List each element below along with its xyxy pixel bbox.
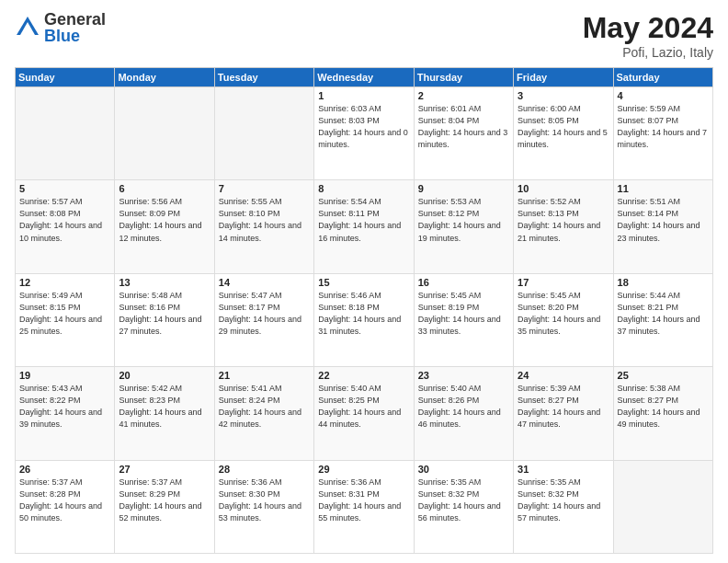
calendar-cell [16,87,115,180]
day-info: Sunrise: 5:37 AMSunset: 8:29 PMDaylight:… [119,477,210,524]
day-info: Sunrise: 5:49 AMSunset: 8:15 PMDaylight:… [19,290,110,338]
sunset-text: Sunset: 8:25 PM [318,395,409,407]
sunrise-text: Sunrise: 5:42 AM [119,383,210,395]
sunset-text: Sunset: 8:11 PM [318,208,409,220]
calendar-cell: 21Sunrise: 5:41 AMSunset: 8:24 PMDayligh… [214,367,313,460]
calendar-week-0: 1Sunrise: 6:03 AMSunset: 8:03 PMDaylight… [16,87,713,180]
calendar-cell: 17Sunrise: 5:45 AMSunset: 8:20 PMDayligh… [514,273,613,366]
day-number: 9 [418,183,509,194]
day-number: 5 [19,183,110,194]
calendar-week-4: 26Sunrise: 5:37 AMSunset: 8:28 PMDayligh… [16,460,713,553]
calendar-cell: 8Sunrise: 5:54 AMSunset: 8:11 PMDaylight… [314,180,414,273]
day-info: Sunrise: 5:44 AMSunset: 8:21 PMDaylight:… [618,290,709,338]
day-number: 15 [318,277,409,288]
calendar-cell: 4Sunrise: 5:59 AMSunset: 8:07 PMDaylight… [613,87,712,180]
sunset-text: Sunset: 8:05 PM [518,115,609,127]
header-friday: Friday [514,68,613,87]
calendar-cell: 20Sunrise: 5:42 AMSunset: 8:23 PMDayligh… [115,367,214,460]
calendar-cell: 9Sunrise: 5:53 AMSunset: 8:12 PMDaylight… [414,180,513,273]
sunrise-text: Sunrise: 5:59 AM [618,103,709,115]
day-info: Sunrise: 5:52 AMSunset: 8:13 PMDaylight:… [518,196,609,244]
day-number: 11 [618,183,709,194]
day-info: Sunrise: 5:56 AMSunset: 8:09 PMDaylight:… [119,196,210,244]
daylight-text: Daylight: 14 hours and 33 minutes. [418,314,509,338]
calendar-cell: 13Sunrise: 5:48 AMSunset: 8:16 PMDayligh… [115,273,214,366]
daylight-text: Daylight: 14 hours and 7 minutes. [618,127,709,151]
calendar-cell: 22Sunrise: 5:40 AMSunset: 8:25 PMDayligh… [314,367,414,460]
calendar-week-1: 5Sunrise: 5:57 AMSunset: 8:08 PMDaylight… [16,180,713,273]
day-info: Sunrise: 5:59 AMSunset: 8:07 PMDaylight:… [618,103,709,151]
sunrise-text: Sunrise: 5:49 AM [19,290,110,302]
title-month: May 2024 [583,11,713,45]
day-number: 31 [518,464,609,475]
calendar-cell: 29Sunrise: 5:36 AMSunset: 8:31 PMDayligh… [314,460,414,553]
calendar-cell: 18Sunrise: 5:44 AMSunset: 8:21 PMDayligh… [613,273,712,366]
calendar-cell: 19Sunrise: 5:43 AMSunset: 8:22 PMDayligh… [16,367,115,460]
header-thursday: Thursday [414,68,513,87]
sunset-text: Sunset: 8:32 PM [518,488,609,500]
sunrise-text: Sunrise: 5:52 AM [518,196,609,208]
day-info: Sunrise: 6:03 AMSunset: 8:03 PMDaylight:… [318,103,409,151]
sunset-text: Sunset: 8:21 PM [618,302,709,314]
day-number: 8 [318,183,409,194]
sunrise-text: Sunrise: 5:54 AM [318,196,409,208]
calendar-cell: 16Sunrise: 5:45 AMSunset: 8:19 PMDayligh… [414,273,513,366]
sunrise-text: Sunrise: 6:00 AM [518,103,609,115]
daylight-text: Daylight: 14 hours and 29 minutes. [219,314,310,338]
day-info: Sunrise: 5:35 AMSunset: 8:32 PMDaylight:… [518,477,609,524]
title-location: Pofi, Lazio, Italy [583,45,713,60]
sunset-text: Sunset: 8:23 PM [119,395,210,407]
sunset-text: Sunset: 8:30 PM [219,488,310,500]
calendar-cell [214,87,313,180]
day-info: Sunrise: 5:38 AMSunset: 8:27 PMDaylight:… [618,383,709,431]
title-block: May 2024 Pofi, Lazio, Italy [583,11,713,60]
day-info: Sunrise: 5:41 AMSunset: 8:24 PMDaylight:… [219,383,310,431]
day-number: 23 [418,370,509,381]
day-number: 3 [518,90,609,101]
calendar-week-3: 19Sunrise: 5:43 AMSunset: 8:22 PMDayligh… [16,367,713,460]
daylight-text: Daylight: 14 hours and 12 minutes. [119,220,210,244]
day-info: Sunrise: 5:55 AMSunset: 8:10 PMDaylight:… [219,196,310,244]
day-number: 22 [318,370,409,381]
daylight-text: Daylight: 14 hours and 23 minutes. [618,220,709,244]
day-info: Sunrise: 5:57 AMSunset: 8:08 PMDaylight:… [19,196,110,244]
sunrise-text: Sunrise: 5:38 AM [618,383,709,395]
day-info: Sunrise: 5:48 AMSunset: 8:16 PMDaylight:… [119,290,210,338]
day-info: Sunrise: 5:54 AMSunset: 8:11 PMDaylight:… [318,196,409,244]
header: General Blue May 2024 Pofi, Lazio, Italy [15,11,713,60]
sunset-text: Sunset: 8:17 PM [219,302,310,314]
daylight-text: Daylight: 14 hours and 42 minutes. [219,407,310,431]
day-number: 25 [618,370,709,381]
sunset-text: Sunset: 8:32 PM [418,488,509,500]
calendar-cell: 14Sunrise: 5:47 AMSunset: 8:17 PMDayligh… [214,273,313,366]
calendar-cell: 30Sunrise: 5:35 AMSunset: 8:32 PMDayligh… [414,460,513,553]
day-info: Sunrise: 5:51 AMSunset: 8:14 PMDaylight:… [618,196,709,244]
sunset-text: Sunset: 8:29 PM [119,488,210,500]
sunrise-text: Sunrise: 6:03 AM [318,103,409,115]
daylight-text: Daylight: 14 hours and 56 minutes. [418,500,509,524]
header-saturday: Saturday [613,68,712,87]
sunset-text: Sunset: 8:18 PM [318,302,409,314]
sunrise-text: Sunrise: 5:35 AM [518,477,609,488]
day-number: 10 [518,183,609,194]
daylight-text: Daylight: 14 hours and 55 minutes. [318,500,409,524]
day-info: Sunrise: 5:36 AMSunset: 8:31 PMDaylight:… [318,477,409,524]
day-info: Sunrise: 6:01 AMSunset: 8:04 PMDaylight:… [418,103,509,151]
header-tuesday: Tuesday [214,68,313,87]
day-number: 24 [518,370,609,381]
day-number: 29 [318,464,409,475]
sunset-text: Sunset: 8:09 PM [119,208,210,220]
day-info: Sunrise: 5:40 AMSunset: 8:25 PMDaylight:… [318,383,409,431]
daylight-text: Daylight: 14 hours and 5 minutes. [518,127,609,151]
calendar-cell: 25Sunrise: 5:38 AMSunset: 8:27 PMDayligh… [613,367,712,460]
calendar-cell: 12Sunrise: 5:49 AMSunset: 8:15 PMDayligh… [16,273,115,366]
day-number: 21 [219,370,310,381]
sunrise-text: Sunrise: 5:35 AM [418,477,509,488]
day-number: 13 [119,277,210,288]
sunset-text: Sunset: 8:03 PM [318,115,409,127]
sunrise-text: Sunrise: 5:45 AM [518,290,609,302]
daylight-text: Daylight: 14 hours and 31 minutes. [318,314,409,338]
calendar-cell: 3Sunrise: 6:00 AMSunset: 8:05 PMDaylight… [514,87,613,180]
day-number: 4 [618,90,709,101]
sunrise-text: Sunrise: 5:46 AM [318,290,409,302]
